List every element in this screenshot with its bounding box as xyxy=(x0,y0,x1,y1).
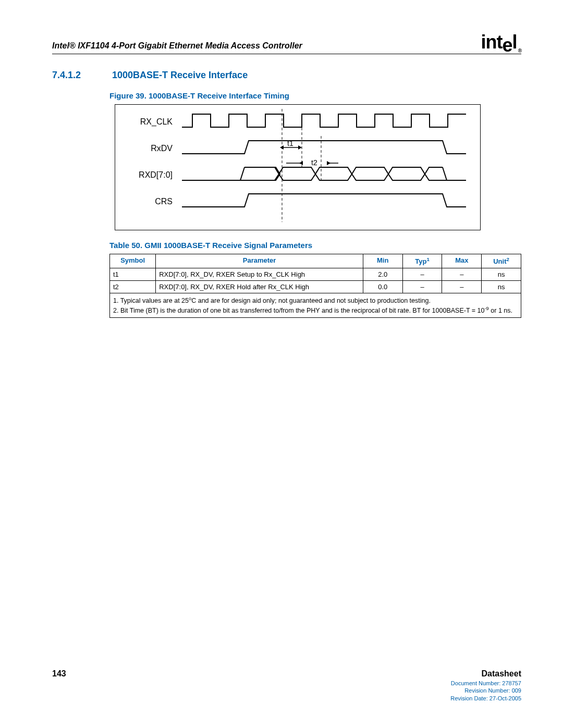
signal-row-crs: CRS xyxy=(115,190,480,213)
cell-unit: ns xyxy=(482,280,521,293)
cell-symbol: t2 xyxy=(110,280,156,293)
table-header-row: Symbol Parameter Min Typ1 Max Unit2 xyxy=(110,254,521,268)
datasheet-label: Datasheet xyxy=(450,669,521,678)
col-typ: Typ1 xyxy=(402,254,442,268)
parameter-table: Symbol Parameter Min Typ1 Max Unit2 t1 R… xyxy=(109,254,521,317)
t1-marker: t1 xyxy=(287,139,293,147)
cell-symbol: t1 xyxy=(110,268,156,280)
rev-number: Revision Number: 009 xyxy=(450,687,521,694)
section-title: 1000BASE-T Receive Interface xyxy=(112,70,248,80)
signal-row-rxdv: RxDV t1 xyxy=(115,137,480,160)
cell-typ: – xyxy=(402,280,442,293)
cell-min: 2.0 xyxy=(363,268,402,280)
intel-logo: intel® xyxy=(481,31,521,54)
document-title: Intel® IXF1104 4-Port Gigabit Ethernet M… xyxy=(52,41,302,54)
signal-row-rxclk: RX_CLK xyxy=(115,110,480,133)
rev-date: Revision Date: 27-Oct-2005 xyxy=(450,695,521,702)
page-number: 143 xyxy=(52,669,66,678)
doc-number: Document Number: 278757 xyxy=(450,680,521,687)
col-parameter: Parameter xyxy=(156,254,363,268)
section-number: 7.4.1.2 xyxy=(52,70,109,81)
cell-parameter: RXD[7:0], RX_DV, RXER Setup to Rx_CLK Hi… xyxy=(156,268,363,280)
signal-label: RxDV xyxy=(115,144,182,153)
figure-caption: Figure 39. 1000BASE-T Receive Interface … xyxy=(109,91,521,100)
timing-diagram: RX_CLK RxDV t1 t2 xyxy=(115,104,481,230)
table-notes: 1. Typical values are at 25oC and are fo… xyxy=(110,293,521,317)
page: Intel® IXF1104 4-Port Gigabit Ethernet M… xyxy=(0,0,563,728)
table-notes-row: 1. Typical values are at 25oC and are fo… xyxy=(110,293,521,317)
col-max: Max xyxy=(442,254,482,268)
table-row: t1 RXD[7:0], RX_DV, RXER Setup to Rx_CLK… xyxy=(110,268,521,280)
signal-label: CRS xyxy=(115,197,182,206)
section-heading: 7.4.1.2 1000BASE-T Receive Interface xyxy=(52,70,521,81)
table-row: t2 RXD[7:0], RX_DV, RXER Hold after Rx_C… xyxy=(110,280,521,293)
col-min: Min xyxy=(363,254,402,268)
cell-max: – xyxy=(442,280,482,293)
t2-marker: t2 xyxy=(311,159,317,167)
footer-right: Datasheet Document Number: 278757 Revisi… xyxy=(450,669,521,702)
col-unit: Unit2 xyxy=(482,254,521,268)
table-caption: Table 50. GMII 1000BASE-T Receive Signal… xyxy=(109,241,521,250)
cell-typ: – xyxy=(402,268,442,280)
cell-parameter: RXD[7:0], RX_DV, RXER Hold after Rx_CLK … xyxy=(156,280,363,293)
col-symbol: Symbol xyxy=(110,254,156,268)
t2-marker-area: t2 xyxy=(182,159,469,168)
cell-max: – xyxy=(442,268,482,280)
header-rule xyxy=(52,54,521,54)
signal-label: RX_CLK xyxy=(115,117,182,127)
cell-unit: ns xyxy=(482,268,521,280)
page-footer: 143 Datasheet Document Number: 278757 Re… xyxy=(52,669,521,702)
signal-label: RXD[7:0] xyxy=(115,170,182,180)
waveform-rxclk xyxy=(182,112,469,132)
waveform-crs xyxy=(182,191,469,212)
cell-min: 0.0 xyxy=(363,280,402,293)
registered-mark: ® xyxy=(518,48,521,54)
header-row: Intel® IXF1104 4-Port Gigabit Ethernet M… xyxy=(52,31,521,54)
waveform-rxdv: t1 xyxy=(182,138,469,159)
